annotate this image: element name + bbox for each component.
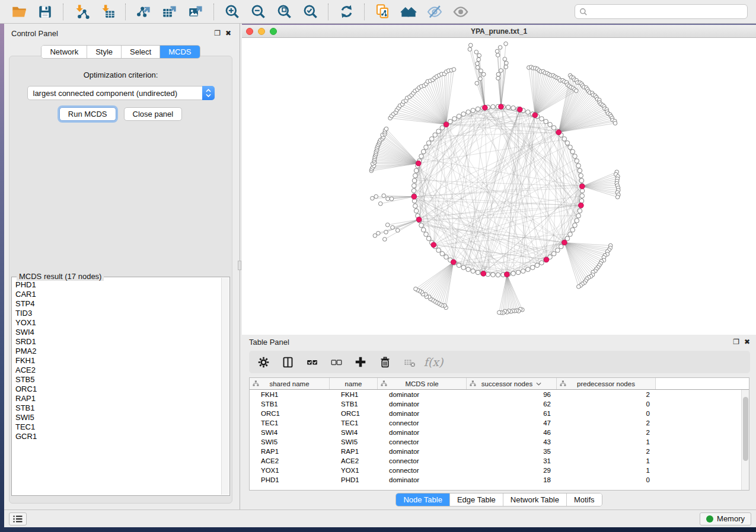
dominator-node[interactable] [504, 272, 509, 277]
ring-node[interactable] [412, 184, 416, 188]
ring-node[interactable] [414, 168, 419, 173]
zoom-selected-button[interactable] [301, 2, 320, 21]
leaf-node[interactable] [576, 285, 580, 289]
mcds-result-item[interactable]: PMA2 [15, 347, 221, 356]
leaf-node[interactable] [496, 76, 500, 81]
ring-node[interactable] [556, 248, 560, 253]
copy-network-button[interactable] [373, 2, 392, 21]
table-scrollbar[interactable] [741, 390, 749, 490]
dominator-node[interactable] [481, 271, 486, 276]
column-header-shared-name[interactable]: shared name [250, 378, 330, 389]
ring-node[interactable] [426, 141, 431, 146]
ring-node[interactable] [511, 271, 516, 276]
leaf-node[interactable] [468, 47, 472, 52]
mcds-result-item[interactable]: TID3 [15, 309, 221, 318]
leaf-node[interactable] [386, 197, 390, 201]
leaf-node[interactable] [615, 195, 620, 199]
ring-node[interactable] [570, 149, 575, 154]
leaf-node[interactable] [496, 72, 500, 76]
mcds-result-item[interactable]: CAR1 [15, 290, 221, 299]
ring-node[interactable] [452, 117, 457, 121]
zoom-in-button[interactable] [222, 2, 241, 21]
hide-selected-button[interactable] [425, 2, 444, 21]
leaf-node[interactable] [477, 57, 481, 62]
ring-node[interactable] [491, 104, 496, 109]
leaf-node[interactable] [575, 89, 579, 93]
table-scrollbar-thumb[interactable] [743, 397, 748, 461]
first-neighbors-button[interactable] [399, 2, 418, 21]
leaf-node[interactable] [499, 69, 503, 73]
ring-node[interactable] [540, 261, 544, 265]
leaf-node[interactable] [414, 287, 418, 291]
leaf-node[interactable] [374, 194, 378, 198]
table-row-FKH1[interactable]: FKH1FKH1dominator962 [250, 390, 749, 399]
dominator-node[interactable] [562, 240, 567, 245]
ring-node[interactable] [521, 269, 525, 274]
table-row-SWI5[interactable]: SWI5SWI5connector431 [250, 437, 749, 447]
ring-node[interactable] [575, 159, 579, 164]
dominator-node[interactable] [517, 107, 522, 112]
dominator-node[interactable] [451, 259, 456, 265]
save-session-button[interactable] [36, 2, 55, 21]
dominator-node[interactable] [544, 257, 549, 262]
mcds-result-item[interactable]: RAP1 [15, 394, 221, 403]
ring-node[interactable] [461, 265, 466, 270]
tab-motifs[interactable]: Motifs [566, 493, 602, 506]
ring-node[interactable] [413, 174, 418, 178]
leaf-node[interactable] [481, 72, 486, 76]
leaf-node[interactable] [503, 57, 507, 61]
search-field[interactable] [575, 4, 748, 19]
ring-node[interactable] [570, 227, 575, 232]
ring-node[interactable] [551, 251, 556, 256]
ring-node[interactable] [419, 154, 424, 159]
mcds-result-item[interactable]: STB1 [15, 403, 221, 413]
ring-node[interactable] [471, 108, 476, 113]
leaf-node[interactable] [384, 230, 388, 234]
ring-node[interactable] [457, 263, 461, 268]
leaf-node[interactable] [452, 68, 456, 72]
dominator-node[interactable] [556, 130, 562, 135]
tab-network-table[interactable]: Network Table [503, 493, 566, 506]
table-row-TEC1[interactable]: TEC1TEC1connector472 [250, 418, 749, 428]
mcds-result-item[interactable]: ORC1 [15, 384, 221, 394]
dominator-node[interactable] [416, 161, 421, 166]
ring-node[interactable] [471, 269, 476, 274]
ring-node[interactable] [476, 270, 480, 275]
ring-node[interactable] [433, 133, 438, 137]
column-header-MCDS-role[interactable]: MCDS role [378, 378, 467, 389]
leaf-node[interactable] [613, 121, 617, 126]
ring-node[interactable] [491, 273, 496, 277]
add-column-button[interactable] [353, 355, 368, 369]
dominator-node[interactable] [579, 184, 585, 189]
ring-node[interactable] [568, 232, 573, 237]
mcds-result-item[interactable]: GCR1 [15, 432, 221, 441]
panel-splitter[interactable] [237, 24, 242, 509]
leaf-node[interactable] [395, 229, 400, 233]
zoom-out-button[interactable] [248, 2, 267, 21]
close-panel-icon[interactable]: ✖ [744, 338, 750, 345]
float-panel-icon[interactable]: ❐ [214, 30, 221, 37]
delete-table-button[interactable] [402, 355, 416, 369]
ring-node[interactable] [526, 267, 531, 272]
leaf-node[interactable] [479, 77, 483, 81]
ring-node[interactable] [579, 178, 584, 183]
leaf-node[interactable] [476, 66, 480, 70]
deselect-all-button[interactable] [329, 355, 343, 369]
ring-node[interactable] [412, 188, 416, 193]
ring-node[interactable] [421, 227, 426, 232]
export-image-button[interactable] [186, 2, 205, 21]
ring-node[interactable] [421, 149, 426, 154]
leaf-node[interactable] [373, 233, 377, 238]
ring-node[interactable] [414, 209, 419, 213]
ring-node[interactable] [551, 126, 556, 130]
export-network-button[interactable] [134, 2, 153, 21]
column-selector-button[interactable] [280, 355, 295, 369]
dominator-node[interactable] [412, 194, 417, 200]
ring-node[interactable] [562, 137, 567, 142]
leaf-node[interactable] [378, 201, 382, 206]
tab-style[interactable]: Style [87, 46, 121, 58]
ring-node[interactable] [573, 223, 578, 227]
leaf-node[interactable] [496, 53, 500, 57]
mcds-result-item[interactable]: SRD1 [15, 337, 221, 347]
export-table-button[interactable] [160, 2, 179, 21]
